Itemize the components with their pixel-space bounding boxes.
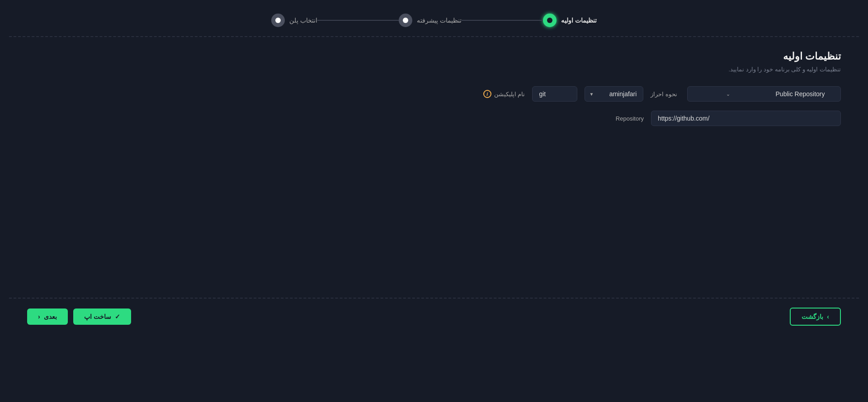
footer-right: ✓ ساخت اپ بعدی ‹ [27,309,131,325]
stepper: تنظیمات اولیه تنظیمات پیشرفته انتخاب پلن [0,0,868,36]
step-plan-selection: انتخاب پلن [271,14,317,27]
step-plan-label: انتخاب پلن [289,17,317,24]
repo-label: Repository [616,115,644,122]
step-advanced-circle [399,14,412,27]
back-label: بازگشت [802,313,823,320]
back-button[interactable]: › بازگشت [790,308,841,326]
step-plan-circle [271,14,285,27]
section-subtitle: تنظیمات اولیه و کلی برنامه خود را وارد ن… [27,66,841,73]
step-advanced-label: تنظیمات پیشرفته [417,17,462,24]
next-label: بعدی [44,313,57,320]
info-icon: i [483,90,491,98]
app-name-label: نام اپلیکیشن i [483,90,525,98]
step-plan-dot [275,18,281,23]
auth-method-label: نحوه احراز [651,91,677,98]
namespace-wrapper: aminjafari ▼ [585,86,643,102]
step-initial-settings: تنظیمات اولیه [543,14,597,27]
app-name-text: نام اپلیکیشن [494,91,525,98]
footer-left: › بازگشت [790,308,841,326]
app-name-input[interactable] [532,86,577,102]
form-row-1: ⌄ Public Repository نحوه احراز aminjafar… [27,86,841,102]
chevron-down-icon: ⌄ [694,91,762,97]
repo-url-input[interactable] [651,111,841,126]
next-button[interactable]: بعدی ‹ [27,309,68,325]
create-icon: ✓ [115,313,120,320]
repo-type-dropdown[interactable]: ⌄ Public Repository [687,86,841,102]
step-line-1 [462,20,543,21]
step-line-2 [317,20,399,21]
page-content: تنظیمات اولیه تنظیمات اولیه و کلی برنامه… [0,37,868,144]
step-advanced-dot [403,18,408,23]
step-advanced-settings: تنظیمات پیشرفته [399,14,462,27]
back-icon: › [827,313,829,320]
create-app-button[interactable]: ✓ ساخت اپ [73,309,131,325]
section-title: تنظیمات اولیه [27,51,841,62]
next-icon: ‹ [38,313,40,320]
form-row-2: Repository [27,111,841,126]
create-label: ساخت اپ [84,313,111,320]
repo-type-label: Public Repository [766,90,834,98]
step-initial-label: تنظیمات اولیه [561,17,597,24]
step-initial-circle [543,14,557,27]
step-initial-dot [547,18,552,23]
footer-actions: › بازگشت ✓ ساخت اپ بعدی ‹ [0,299,868,335]
namespace-select[interactable]: aminjafari [585,86,643,102]
